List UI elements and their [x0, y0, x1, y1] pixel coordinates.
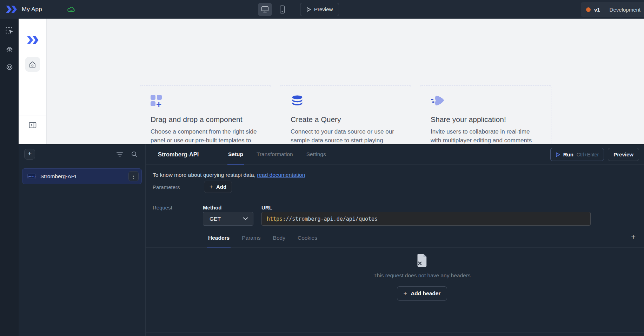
file-x-icon	[417, 253, 428, 267]
saved-cloud-icon	[67, 6, 75, 13]
home-page-button[interactable]	[25, 57, 40, 72]
card-body: Choose a component from the right side p…	[151, 128, 260, 144]
method-label: Method	[203, 205, 221, 211]
share-icon	[431, 95, 446, 107]
badge-divider	[605, 6, 605, 13]
play-icon	[306, 7, 311, 12]
run-label: Run	[563, 151, 573, 157]
tab-body[interactable]: Body	[272, 229, 286, 247]
tab-cookies[interactable]: Cookies	[297, 229, 318, 247]
environment-status-dot	[586, 7, 591, 12]
database-icon	[291, 95, 304, 108]
card-title: Share your application!	[431, 115, 540, 124]
card-title: Drag and drop a component	[151, 115, 260, 124]
pages-sidebar	[19, 19, 47, 144]
app-title: My App	[22, 6, 42, 13]
version-label: v1	[594, 7, 600, 13]
mobile-layout-button[interactable]	[277, 3, 288, 16]
plus-icon: +	[404, 290, 407, 297]
card-body: Invite users to collaborate in real-time…	[431, 128, 540, 144]
card-title: Create a Query	[291, 115, 400, 124]
method-select[interactable]: GET	[203, 212, 253, 226]
add-parameter-button[interactable]: + Add	[204, 181, 232, 193]
query-editor-tabs: Setup Transformation Settings	[227, 144, 327, 164]
run-shortcut: Ctrl+Enter	[577, 152, 599, 157]
hint-text: To know more about querying restapi data…	[153, 172, 257, 178]
add-query-button[interactable]: +	[24, 149, 35, 160]
card-share-application[interactable]: Share your application! Invite users to …	[420, 85, 551, 144]
app-builder-window: My App	[0, 0, 644, 336]
card-body: Connect to your data source or use our s…	[291, 128, 400, 144]
release-environment-badge[interactable]: v1 Development	[581, 2, 644, 17]
tooljet-logo-icon	[6, 6, 17, 13]
app-canvas[interactable]: + Drag and drop a component Choose a com…	[47, 19, 644, 144]
widgets-plus-icon: +	[151, 95, 163, 108]
left-toolbar-rail	[0, 19, 19, 336]
query-list: + {REST} St	[19, 144, 146, 336]
collapse-sidebar-button[interactable]	[19, 116, 46, 134]
method-selected-value: GET	[210, 216, 243, 222]
documentation-hint: To know more about querying restapi data…	[153, 172, 305, 178]
add-header-label: Add header	[411, 290, 440, 297]
headers-empty-state: This request does not have any headers +…	[207, 253, 637, 301]
add-field-button[interactable]: +	[631, 233, 636, 241]
tab-headers[interactable]: Headers	[207, 229, 231, 247]
onboarding-cards: + Drag and drop a component Choose a com…	[140, 85, 551, 144]
settings-button[interactable]	[5, 63, 14, 72]
add-parameter-label: Add	[216, 184, 226, 190]
url-label: URL	[261, 205, 272, 211]
filter-icon	[117, 152, 123, 157]
layout-toggle-group: Preview	[258, 0, 339, 19]
chevron-down-icon	[243, 217, 248, 220]
request-label: Request	[153, 205, 172, 211]
plus-icon: +	[210, 183, 213, 190]
query-options-kebab-button[interactable]: ⋮	[128, 171, 139, 181]
request-section-tabs: Headers Params Body Cookies	[207, 229, 318, 247]
url-scheme-text: https	[267, 216, 283, 222]
card-create-query[interactable]: Create a Query Connect to your data sour…	[280, 85, 411, 144]
preview-button-label: Preview	[314, 6, 333, 12]
filter-queries-button[interactable]	[117, 152, 123, 157]
request-tabs-divider	[146, 247, 644, 248]
query-editor-header: Stromberg-API Setup Transformation Setti…	[146, 144, 644, 165]
query-panel: + {REST} St	[19, 144, 644, 336]
search-queries-button[interactable]	[131, 151, 138, 157]
run-play-icon	[556, 152, 560, 157]
query-editor-actions: Run Ctrl+Enter Preview	[550, 148, 639, 161]
app-logo[interactable]	[6, 6, 17, 13]
card-drag-drop-component[interactable]: + Drag and drop a component Choose a com…	[140, 85, 271, 144]
environment-label: Development	[610, 7, 640, 13]
tab-settings[interactable]: Settings	[306, 144, 327, 164]
url-input[interactable]: https://stromberg-api.de/api/quotes	[261, 212, 591, 226]
sidebar-logo-icon	[27, 36, 39, 45]
preview-button[interactable]: Preview	[300, 3, 339, 16]
query-name: Stromberg-API	[40, 173, 77, 180]
add-header-button[interactable]: + Add header	[397, 286, 447, 301]
query-list-header: +	[19, 144, 145, 164]
read-documentation-link[interactable]: read documentation	[257, 172, 305, 178]
tab-params[interactable]: Params	[241, 229, 261, 247]
url-rest-text: ://stromberg-api.de/api/quotes	[283, 216, 378, 222]
preview-query-button[interactable]: Preview	[608, 148, 639, 161]
home-icon	[29, 61, 36, 68]
query-editor: Stromberg-API Setup Transformation Setti…	[146, 144, 644, 336]
query-editor-title[interactable]: Stromberg-API	[158, 151, 227, 158]
empty-state-text: This request does not have any headers	[207, 272, 637, 279]
editor-bottom-divider	[146, 332, 644, 332]
parameters-label: Parameters	[153, 184, 180, 190]
query-list-item-stromberg-api[interactable]: {REST} Stromberg-API ⋮	[22, 168, 142, 184]
desktop-layout-button[interactable]	[258, 3, 272, 16]
run-query-button[interactable]: Run Ctrl+Enter	[550, 148, 604, 161]
search-icon	[131, 151, 138, 157]
tab-setup[interactable]: Setup	[227, 144, 244, 164]
inspect-elements-button[interactable]	[5, 26, 14, 35]
topbar: My App	[0, 0, 644, 19]
debugger-bug-button[interactable]	[5, 45, 14, 54]
tab-transformation[interactable]: Transformation	[256, 144, 294, 164]
panel-toggle-icon	[29, 122, 36, 128]
rest-api-badge: {REST}	[27, 174, 36, 179]
